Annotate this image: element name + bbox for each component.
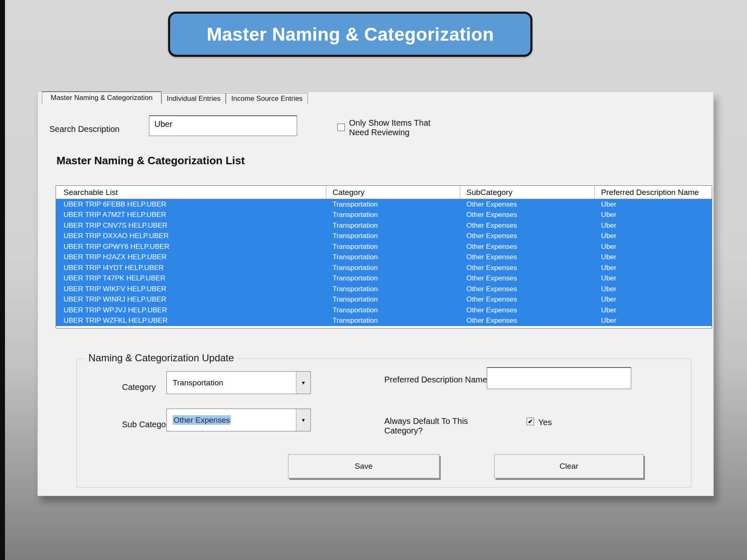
category-label: Category bbox=[122, 382, 156, 392]
cell-searchable: UBER TRIP DXXAO HELP.UBER bbox=[56, 231, 326, 242]
default-yes-label: Yes bbox=[538, 418, 552, 427]
cell-searchable: UBER TRIP WPJVJ HELP.UBER bbox=[56, 305, 326, 316]
cell-searchable: UBER TRIP WIKFV HELP.UBER bbox=[56, 284, 326, 295]
master-list-table: Searchable List Category SubCategory Pre… bbox=[56, 185, 712, 329]
tab-income-source-entries[interactable]: Income Source Entries bbox=[226, 93, 308, 104]
cell-subcategory: Other Expenses bbox=[460, 273, 595, 284]
need-review-checkbox[interactable]: ✔ bbox=[337, 124, 345, 131]
column-header-searchable-list[interactable]: Searchable List bbox=[56, 186, 326, 199]
clear-button[interactable]: Clear bbox=[494, 454, 644, 478]
cell-preferred: Uber bbox=[595, 231, 712, 242]
subcategory-combobox[interactable]: Other Expenses ▼ bbox=[166, 409, 311, 431]
cell-searchable: UBER TRIP 6FEBB HELP.UBER bbox=[56, 199, 326, 210]
cell-preferred: Uber bbox=[595, 220, 712, 231]
table-row[interactable]: UBER TRIP H2AZX HELP.UBERTransportationO… bbox=[56, 252, 712, 263]
cell-subcategory: Other Expenses bbox=[460, 295, 595, 305]
cell-searchable: UBER TRIP H2AZX HELP.UBER bbox=[56, 252, 326, 263]
cell-preferred: Uber bbox=[595, 199, 712, 210]
screen-left-edge bbox=[0, 0, 5, 560]
table-row[interactable]: UBER TRIP 6FEBB HELP.UBERTransportationO… bbox=[56, 199, 712, 210]
cell-category: Transportation bbox=[326, 284, 460, 295]
subcategory-dropdown-button[interactable]: ▼ bbox=[296, 409, 310, 431]
search-input-value: Uber bbox=[154, 119, 172, 129]
table-row[interactable]: UBER TRIP A7M2T HELP.UBERTransportationO… bbox=[56, 210, 712, 221]
subcategory-value: Other Expenses bbox=[173, 415, 231, 425]
cell-subcategory: Other Expenses bbox=[460, 220, 595, 231]
cell-searchable: UBER TRIP A7M2T HELP.UBER bbox=[56, 210, 326, 221]
cell-preferred: Uber bbox=[595, 284, 712, 295]
cell-subcategory: Other Expenses bbox=[460, 210, 595, 221]
cell-category: Transportation bbox=[326, 316, 460, 326]
save-button[interactable]: Save bbox=[288, 454, 439, 478]
cell-preferred: Uber bbox=[595, 316, 712, 326]
form-window: Master Naming & Categorization Individua… bbox=[37, 92, 714, 496]
cell-subcategory: Other Expenses bbox=[460, 252, 595, 263]
table-footer-space bbox=[56, 326, 712, 328]
cell-searchable: UBER TRIP CNV7S HELP.UBER bbox=[56, 220, 326, 231]
subcategory-label: Sub Category bbox=[122, 420, 173, 429]
table-row[interactable]: UBER TRIP CNV7S HELP.UBERTransportationO… bbox=[56, 220, 712, 231]
page-background: Master Naming & Categorization Master Na… bbox=[0, 0, 747, 560]
cell-preferred: Uber bbox=[595, 305, 712, 316]
cell-searchable: UBER TRIP WINRJ HELP.UBER bbox=[56, 295, 326, 305]
cell-preferred: Uber bbox=[595, 273, 712, 284]
tab-individual-entries[interactable]: Individual Entries bbox=[161, 93, 226, 104]
cell-subcategory: Other Expenses bbox=[460, 263, 595, 273]
cell-category: Transportation bbox=[326, 263, 460, 273]
tab-label: Income Source Entries bbox=[231, 95, 303, 103]
category-combobox[interactable]: Transportation ▼ bbox=[166, 371, 311, 394]
cell-subcategory: Other Expenses bbox=[460, 241, 595, 252]
tab-strip: Master Naming & Categorization Individua… bbox=[42, 91, 308, 104]
need-review-label: Only Show Items That Need Reviewing bbox=[349, 118, 430, 137]
chevron-down-icon: ▼ bbox=[301, 380, 306, 386]
tab-master-naming[interactable]: Master Naming & Categorization bbox=[42, 91, 161, 104]
cell-preferred: Uber bbox=[595, 252, 712, 263]
cell-category: Transportation bbox=[326, 305, 460, 316]
cell-category: Transportation bbox=[326, 295, 460, 305]
category-value: Transportation bbox=[167, 378, 296, 387]
table-row[interactable]: UBER TRIP GPWY6 HELP.UBERTransportationO… bbox=[56, 241, 712, 252]
default-yes-checkbox[interactable]: ✔ bbox=[527, 418, 534, 425]
cell-category: Transportation bbox=[326, 220, 460, 231]
cell-searchable: UBER TRIP GPWY6 HELP.UBER bbox=[56, 241, 326, 252]
list-rows: UBER TRIP 6FEBB HELP.UBERTransportationO… bbox=[56, 199, 712, 326]
cell-subcategory: Other Expenses bbox=[460, 284, 595, 295]
cell-subcategory: Other Expenses bbox=[460, 316, 595, 326]
cell-searchable: UBER TRIP I4YDT HELP.UBER bbox=[56, 263, 326, 273]
category-dropdown-button[interactable]: ▼ bbox=[296, 372, 310, 394]
cell-category: Transportation bbox=[326, 199, 460, 210]
cell-searchable: UBER TRIP T47PK HELP.UBER bbox=[56, 273, 326, 284]
cell-preferred: Uber bbox=[595, 210, 712, 221]
table-row[interactable]: UBER TRIP WZFKL HELP.UBERTransportationO… bbox=[56, 316, 712, 326]
table-row[interactable]: UBER TRIP WINRJ HELP.UBERTransportationO… bbox=[56, 295, 712, 305]
cell-category: Transportation bbox=[326, 252, 460, 263]
search-description-label: Search Description bbox=[49, 124, 120, 134]
cell-preferred: Uber bbox=[595, 295, 712, 305]
column-header-subcategory[interactable]: SubCategory bbox=[460, 186, 595, 199]
update-group-heading: Naming & Categorization Update bbox=[84, 352, 238, 364]
preferred-name-label: Preferred Description Name bbox=[384, 375, 487, 385]
cell-preferred: Uber bbox=[595, 241, 712, 252]
table-header-row: Searchable List Category SubCategory Pre… bbox=[56, 186, 712, 199]
page-title: Master Naming & Categorization bbox=[207, 24, 494, 45]
column-header-category[interactable]: Category bbox=[326, 186, 460, 199]
tab-label: Master Naming & Categorization bbox=[51, 94, 153, 102]
cell-searchable: UBER TRIP WZFKL HELP.UBER bbox=[56, 316, 326, 326]
search-input[interactable]: Uber bbox=[149, 115, 297, 136]
cell-category: Transportation bbox=[326, 241, 460, 252]
tab-label: Individual Entries bbox=[167, 95, 220, 103]
table-row[interactable]: UBER TRIP T47PK HELP.UBERTransportationO… bbox=[56, 273, 712, 284]
table-row[interactable]: UBER TRIP WIKFV HELP.UBERTransportationO… bbox=[56, 284, 712, 295]
chevron-down-icon: ▼ bbox=[301, 417, 306, 423]
cell-subcategory: Other Expenses bbox=[460, 305, 595, 316]
table-row[interactable]: UBER TRIP WPJVJ HELP.UBERTransportationO… bbox=[56, 305, 712, 316]
preferred-name-input[interactable] bbox=[487, 367, 631, 389]
cell-subcategory: Other Expenses bbox=[460, 231, 595, 242]
table-row[interactable]: UBER TRIP I4YDT HELP.UBERTransportationO… bbox=[56, 263, 712, 273]
checkmark-icon: ✔ bbox=[528, 418, 533, 424]
list-heading: Master Naming & Categorization List bbox=[56, 154, 245, 167]
cell-category: Transportation bbox=[326, 273, 460, 284]
cell-preferred: Uber bbox=[595, 263, 712, 273]
table-row[interactable]: UBER TRIP DXXAO HELP.UBERTransportationO… bbox=[56, 231, 712, 242]
column-header-preferred-name[interactable]: Preferred Description Name bbox=[595, 186, 712, 199]
